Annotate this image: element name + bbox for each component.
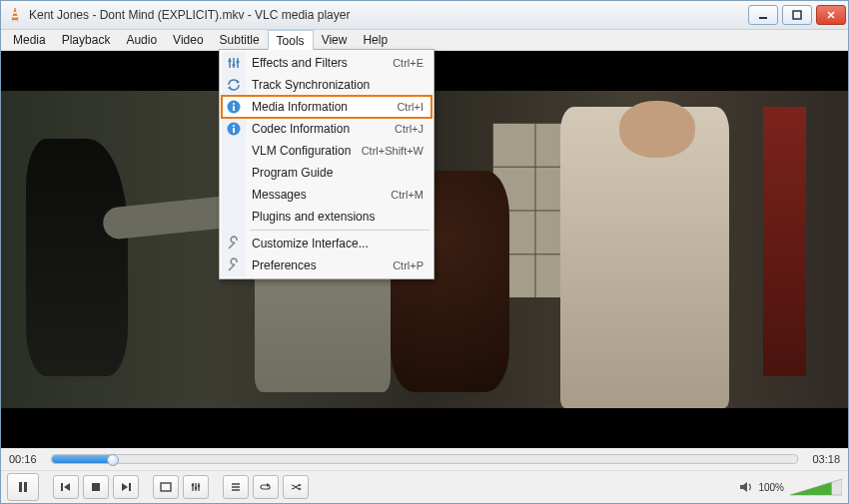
svg-rect-13 xyxy=(161,483,171,491)
svg-point-33 xyxy=(233,125,235,127)
menu-view[interactable]: View xyxy=(314,30,356,50)
maximize-button[interactable] xyxy=(782,5,812,25)
svg-point-16 xyxy=(198,485,201,488)
svg-point-30 xyxy=(233,103,235,105)
minimize-button[interactable] xyxy=(748,5,778,25)
svg-rect-6 xyxy=(19,482,22,492)
menu-messages[interactable]: Messages Ctrl+M xyxy=(222,184,431,206)
menu-help[interactable]: Help xyxy=(355,30,396,50)
total-time: 03:18 xyxy=(806,453,840,465)
svg-point-24 xyxy=(232,63,235,66)
volume-control[interactable]: 100% xyxy=(738,477,842,497)
svg-marker-0 xyxy=(12,8,18,20)
svg-marker-11 xyxy=(122,483,128,491)
seek-fill xyxy=(52,455,112,463)
playlist-button[interactable] xyxy=(223,475,249,499)
svg-rect-2 xyxy=(13,12,17,13)
svg-rect-12 xyxy=(129,483,131,491)
menu-tools[interactable]: Tools xyxy=(268,30,314,50)
svg-rect-29 xyxy=(233,106,235,111)
info-icon xyxy=(226,99,242,115)
wrench-icon xyxy=(226,236,242,252)
menu-customize-interface[interactable]: Customize Interface... xyxy=(222,233,431,254)
titlebar: Kent Jones - Dont Mind (EXPLICIT).mkv - … xyxy=(1,1,848,30)
info-icon xyxy=(226,121,242,137)
svg-rect-5 xyxy=(793,11,801,19)
seek-knob[interactable] xyxy=(107,454,119,466)
equalizer-icon xyxy=(226,55,242,71)
seek-bar[interactable] xyxy=(51,454,798,464)
svg-marker-19 xyxy=(299,488,302,491)
menu-separator xyxy=(250,230,429,231)
menu-plugins-extensions[interactable]: Plugins and extensions xyxy=(222,206,431,228)
tools-dropdown: Effects and Filters Ctrl+E Track Synchro… xyxy=(219,49,434,279)
svg-rect-3 xyxy=(13,16,18,17)
wrench-icon xyxy=(226,257,242,273)
vlc-cone-icon xyxy=(7,7,23,23)
shuffle-button[interactable] xyxy=(283,475,309,499)
sync-icon xyxy=(226,77,242,93)
volume-slider[interactable] xyxy=(790,477,842,497)
menu-track-synchronization[interactable]: Track Synchronization xyxy=(222,74,431,96)
volume-percent: 100% xyxy=(758,482,784,493)
menu-vlm-configuration[interactable]: VLM Configuration Ctrl+Shift+W xyxy=(222,140,431,162)
svg-point-25 xyxy=(236,60,239,63)
menu-video[interactable]: Video xyxy=(165,30,211,50)
close-button[interactable] xyxy=(816,5,846,25)
seek-row: 00:16 03:18 xyxy=(1,448,848,470)
fullscreen-button[interactable] xyxy=(153,475,179,499)
menu-effects-and-filters[interactable]: Effects and Filters Ctrl+E xyxy=(222,52,431,74)
menu-audio[interactable]: Audio xyxy=(118,30,165,50)
menu-subtitle[interactable]: Subtitle xyxy=(212,30,268,50)
svg-marker-20 xyxy=(740,482,747,492)
extended-settings-button[interactable] xyxy=(183,475,209,499)
vlc-window: Kent Jones - Dont Mind (EXPLICIT).mkv - … xyxy=(0,0,849,504)
window-title: Kent Jones - Dont Mind (EXPLICIT).mkv - … xyxy=(29,8,350,22)
menu-codec-information[interactable]: Codec Information Ctrl+J xyxy=(222,118,431,140)
svg-rect-8 xyxy=(61,483,63,491)
menu-playback[interactable]: Playback xyxy=(54,30,119,50)
next-button[interactable] xyxy=(113,475,139,499)
svg-marker-26 xyxy=(237,80,240,84)
svg-rect-4 xyxy=(759,17,767,19)
svg-rect-10 xyxy=(92,483,100,491)
menu-program-guide[interactable]: Program Guide xyxy=(222,162,431,184)
menu-preferences[interactable]: Preferences Ctrl+P xyxy=(222,254,431,276)
svg-rect-1 xyxy=(11,20,19,22)
svg-point-15 xyxy=(195,487,198,490)
menu-media[interactable]: Media xyxy=(5,30,54,50)
svg-rect-32 xyxy=(233,128,235,133)
stop-button[interactable] xyxy=(83,475,109,499)
menu-media-information[interactable]: Media Information Ctrl+I xyxy=(222,96,431,118)
svg-point-23 xyxy=(228,59,231,62)
menubar: Media Playback Audio Video Subtitle Tool… xyxy=(1,30,848,51)
svg-point-14 xyxy=(192,484,195,487)
previous-button[interactable] xyxy=(53,475,79,499)
svg-marker-18 xyxy=(299,484,302,487)
svg-marker-9 xyxy=(64,483,70,491)
loop-button[interactable] xyxy=(253,475,279,499)
current-time: 00:16 xyxy=(9,453,43,465)
play-pause-button[interactable] xyxy=(7,473,39,501)
svg-marker-27 xyxy=(228,86,231,90)
controls-row: 100% xyxy=(1,470,848,503)
speaker-icon[interactable] xyxy=(738,479,754,495)
svg-rect-7 xyxy=(24,482,27,492)
